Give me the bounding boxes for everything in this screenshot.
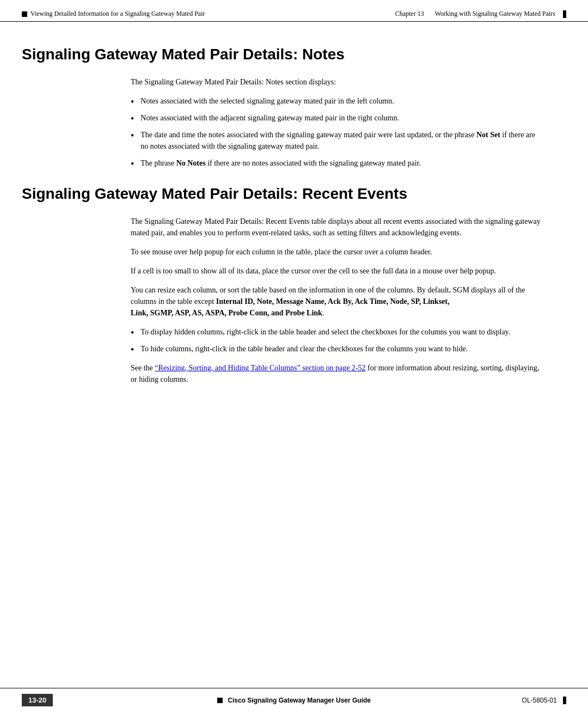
para4-aspa: ASPA [205,309,225,317]
list-item: • To hide columns, right-click in the ta… [131,343,544,355]
para4-linkset: Linkset [423,297,448,306]
footer-left: 13-20 [22,694,53,706]
page-footer: 13-20 Cisco Signaling Gateway Manager Us… [0,688,588,714]
chapter-title: Working with Signaling Gateway Mated Pai… [435,10,555,18]
bullet4-bold: No Notes [176,159,206,167]
para4-note: Note [257,297,272,306]
section1-bullet-list: • Notes associated with the selected sig… [131,95,544,169]
para4-as: AS [192,309,202,317]
section2-para4: You can resize each column, or sort the … [131,284,544,319]
section2: Signaling Gateway Mated Pair Details: Re… [22,185,566,385]
guide-title-text: Cisco Signaling Gateway Manager User Gui… [228,697,371,704]
bullet-dot: • [131,159,134,169]
para4-comma2: , [272,297,276,306]
bullet-dot: • [131,328,134,338]
bullet3-prefix: The date and time the notes associated w… [140,131,476,139]
footer-bar-icon [563,697,566,704]
para4-comma9: , [146,309,150,317]
section2-heading: Signaling Gateway Mated Pair Details: Re… [22,185,566,203]
para4-msgname: Message Name [276,297,324,306]
list-item: • The date and time the notes associated… [131,129,544,152]
bullet4-prefix: The phrase [140,159,176,167]
para4-comma6: , [407,297,411,306]
para4-bold: Internal ID [216,297,253,306]
page-header: Viewing Detailed Information for a Signa… [0,0,588,22]
chapter-label: Chapter 13 [395,10,424,18]
bullet4-suffix: if there are no notes associated with th… [206,159,421,167]
bullet-text: To hide columns, right-click in the tabl… [140,343,544,355]
page: Viewing Detailed Information for a Signa… [0,0,588,714]
bar-icon [563,10,566,18]
bullet-dot: • [131,131,134,152]
square-icon [22,11,27,17]
section2-para2: To see mouse over help popup for each co… [131,246,544,258]
list-item: • The phrase No Notes if there are no no… [131,157,544,169]
para4-node: Node [390,297,407,306]
resizing-link[interactable]: “Resizing, Sorting, and Hiding Table Col… [155,364,365,372]
para4-asp: ASP [175,309,188,317]
header-chapter: Chapter 13 Working with Signaling Gatewa… [395,10,566,18]
bullet-text: Notes associated with the selected signa… [140,95,544,107]
section2-bullet-list: • To display hidden columns, right-click… [131,326,544,355]
para5-prefix: See the [131,364,155,372]
bullet-dot: • [131,345,134,355]
list-item: • Notes associated with the selected sig… [131,95,544,107]
para4-comma8: , [448,297,450,306]
breadcrumb-text: Viewing Detailed Information for a Signa… [30,10,205,18]
bullet-text: Notes associated with the adjacent signa… [140,112,544,124]
para4-comma5: , [387,297,390,306]
footer-guide-title: Cisco Signaling Gateway Manager User Gui… [217,697,371,704]
bullet-text: To display hidden columns, right-click i… [140,326,544,338]
para4-ackby: Ack By [328,297,351,306]
para4-sp: SP [411,297,419,306]
para4-comma1: , [253,297,257,306]
para4-acktime: Ack Time [354,297,386,306]
footer-right: OL-5805-01 [522,697,566,704]
bullet-text-3: The date and time the notes associated w… [140,129,544,152]
main-content: Signaling Gateway Mated Pair Details: No… [0,24,588,688]
bullet-dot: • [131,97,134,107]
doc-number: OL-5805-01 [522,697,557,704]
bullet-dot: • [131,114,134,124]
para4-and: , and [267,309,285,317]
para4-probeconn: Probe Conn [228,309,267,317]
list-item: • To display hidden columns, right-click… [131,326,544,338]
section2-para1: The Signaling Gateway Mated Pair Details… [131,216,544,239]
page-number: 13-20 [22,694,53,706]
section1-intro: The Signaling Gateway Mated Pair Details… [131,76,544,88]
section2-para3: If a cell is too small to show all of it… [131,265,544,277]
para4-link: Link [131,309,146,317]
para4-comma7: , [419,297,423,306]
footer-square-icon [217,698,223,703]
list-item: • Notes associated with the adjacent sig… [131,112,544,124]
para4-probelink: Probe Link [285,309,322,317]
header-breadcrumb: Viewing Detailed Information for a Signa… [22,10,205,18]
bullet-text-4: The phrase No Notes if there are no note… [140,157,544,169]
section2-para5: See the “Resizing, Sorting, and Hiding T… [131,362,544,385]
section1-heading: Signaling Gateway Mated Pair Details: No… [22,46,566,63]
para4-period: . [322,309,324,317]
para4-sgmp: SGMP [150,309,171,317]
bullet3-bold: Not Set [476,131,500,139]
